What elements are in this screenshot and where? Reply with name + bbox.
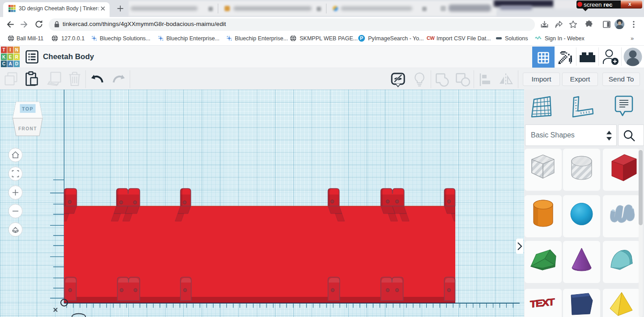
svg-text:E: E: [9, 55, 12, 60]
svg-text:C: C: [2, 61, 5, 66]
svg-text:TEXT: TEXT: [530, 296, 555, 309]
svg-text:TOP: TOP: [22, 106, 34, 111]
svg-text:K: K: [2, 55, 6, 60]
svg-text:T: T: [3, 47, 5, 52]
svg-text:R: R: [15, 55, 19, 60]
svg-text:N: N: [15, 47, 18, 52]
svg-text:A: A: [8, 61, 12, 66]
svg-text:I: I: [10, 47, 11, 52]
svg-text:D: D: [15, 61, 18, 66]
svg-text:FRONT: FRONT: [18, 126, 37, 131]
